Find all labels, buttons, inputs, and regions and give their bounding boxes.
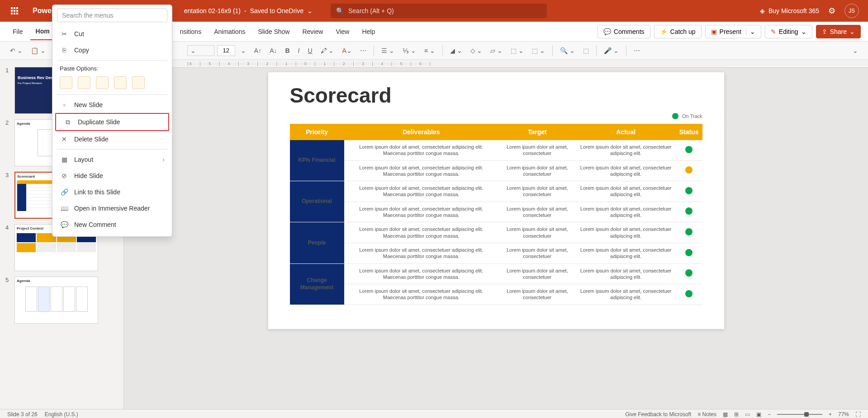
tab-review[interactable]: Review xyxy=(297,23,328,40)
font-selector[interactable]: ⌄ xyxy=(187,45,214,56)
chevron-down-icon[interactable]: ⌄ xyxy=(746,28,755,35)
present-button[interactable]: ▣Present⌄ xyxy=(705,25,761,38)
increase-font-button[interactable]: A↑ xyxy=(251,45,264,56)
table-row[interactable]: KPIs FinancialLorem ipsum dolor sit amet… xyxy=(290,140,702,160)
numbering-button[interactable]: ⅓ ⌄ xyxy=(400,45,419,56)
designer-button[interactable]: ⬚ xyxy=(580,45,592,56)
feedback-link[interactable]: Give Feedback to Microsoft xyxy=(625,411,691,418)
legend-dot-icon xyxy=(672,113,678,119)
find-button[interactable]: 🔍 ⌄ xyxy=(557,45,578,56)
app-launcher-icon[interactable] xyxy=(4,0,25,22)
zoom-level[interactable]: 77% xyxy=(838,411,849,418)
delete-slide-menu-item[interactable]: ✕Delete Slide xyxy=(52,131,172,147)
share-button[interactable]: ⇪Share⌄ xyxy=(816,25,861,38)
chevron-right-icon: › xyxy=(162,156,165,163)
italic-button[interactable]: I xyxy=(295,45,303,56)
sorter-view-icon[interactable]: ⊞ xyxy=(734,411,739,418)
duplicate-icon: ⧉ xyxy=(63,117,72,127)
paste-button[interactable]: 📋 ⌄ xyxy=(28,45,48,56)
chevron-down-icon: ⌄ xyxy=(801,28,806,35)
table-row[interactable]: OperationalLorem ipsum dolor sit amet, c… xyxy=(290,181,702,202)
search-icon: 🔍 xyxy=(336,7,344,14)
shape-fill-button[interactable]: ◢ ⌄ xyxy=(447,45,465,56)
more-font-button[interactable]: ⋯ xyxy=(357,45,369,56)
tab-animations[interactable]: Animations xyxy=(209,23,251,40)
reading-view-icon[interactable]: ▭ xyxy=(745,411,750,418)
immersive-reader-menu-item[interactable]: 📖Open in Immersive Reader xyxy=(52,200,172,216)
layout-icon: ▦ xyxy=(60,155,69,164)
table-row[interactable]: Lorem ipsum dolor sit amet, consectetuer… xyxy=(290,202,702,222)
shape-outline-button[interactable]: ◇ ⌄ xyxy=(468,45,485,56)
editing-mode-button[interactable]: ✎Editing⌄ xyxy=(765,25,812,38)
context-menu: Search the menus ✂Cut ⎘Copy Paste Option… xyxy=(52,5,172,237)
underline-button[interactable]: U xyxy=(305,45,315,56)
notes-button[interactable]: ≡ Notes xyxy=(697,411,716,418)
font-size-input[interactable] xyxy=(217,45,235,56)
tab-slideshow[interactable]: Slide Show xyxy=(252,23,295,40)
zoom-out-button[interactable]: − xyxy=(768,411,771,418)
zoom-in-button[interactable]: + xyxy=(829,411,832,418)
menu-search-input[interactable]: Search the menus xyxy=(57,9,167,22)
document-title[interactable]: entation 02-16x9 (1) - Saved to OneDrive… xyxy=(184,7,313,14)
paste-option-3[interactable] xyxy=(96,76,109,89)
tab-home[interactable]: Hom xyxy=(30,23,55,40)
duplicate-slide-menu-item[interactable]: ⧉Duplicate Slide xyxy=(55,113,169,131)
table-row[interactable]: Lorem ipsum dolor sit amet, consectetuer… xyxy=(290,284,702,305)
catchup-button[interactable]: ⚡Catch up xyxy=(654,25,702,38)
layout-menu-item[interactable]: ▦Layout› xyxy=(52,151,172,168)
align-button[interactable]: ≡ ⌄ xyxy=(422,45,438,56)
highlight-button[interactable]: 🖍 ⌄ xyxy=(318,45,337,56)
link-slide-menu-item[interactable]: 🔗Link to this Slide xyxy=(52,184,172,200)
settings-icon[interactable]: ⚙ xyxy=(828,6,835,16)
font-color-button[interactable]: A ⌄ xyxy=(340,45,355,56)
copy-menu-item[interactable]: ⎘Copy xyxy=(52,42,172,58)
bold-button[interactable]: B xyxy=(282,45,292,56)
copy-icon: ⎘ xyxy=(60,46,69,55)
fit-to-window-button[interactable]: ⛶ xyxy=(855,411,861,418)
slideshow-view-icon[interactable]: ▣ xyxy=(756,411,761,418)
comments-button[interactable]: 💬Comments xyxy=(598,25,650,38)
quick-styles-button[interactable]: ⬚ ⌄ xyxy=(529,45,548,56)
zoom-slider[interactable] xyxy=(777,414,822,415)
tab-help[interactable]: Help xyxy=(356,23,380,40)
status-dot-icon xyxy=(685,228,693,235)
slide-content[interactable]: Scorecard On Track Priority Deliverables… xyxy=(268,72,724,329)
new-comment-menu-item[interactable]: 💬New Comment xyxy=(52,216,172,233)
arrange-button[interactable]: ⬚ ⌄ xyxy=(508,45,526,56)
tab-transitions[interactable]: nsitions xyxy=(175,23,207,40)
status-dot-icon xyxy=(685,187,693,194)
chevron-down-icon: ⌄ xyxy=(307,7,313,14)
table-row[interactable]: Lorem ipsum dolor sit amet, consectetuer… xyxy=(290,243,702,263)
tab-file[interactable]: File xyxy=(7,23,28,40)
paste-option-5[interactable] xyxy=(132,76,145,89)
scorecard-table[interactable]: Priority Deliverables Target Actual Stat… xyxy=(290,124,702,305)
slide-editor[interactable]: Scorecard On Track Priority Deliverables… xyxy=(124,68,868,409)
dictate-button[interactable]: 🎤 ⌄ xyxy=(601,45,621,56)
paste-option-2[interactable] xyxy=(78,76,90,89)
paste-option-1[interactable] xyxy=(60,76,72,89)
slide-thumb-5[interactable]: 5 Agenda xyxy=(0,274,113,326)
cut-menu-item[interactable]: ✂Cut xyxy=(52,26,172,42)
table-row[interactable]: PeopleLorem ipsum dolor sit amet, consec… xyxy=(290,222,702,243)
table-row[interactable]: Lorem ipsum dolor sit amet, consectetuer… xyxy=(290,160,702,181)
tab-view[interactable]: View xyxy=(330,23,355,40)
buy-microsoft-button[interactable]: ◈ Buy Microsoft 365 xyxy=(760,7,819,14)
language-indicator[interactable]: English (U.S.) xyxy=(45,411,78,418)
paste-option-4[interactable] xyxy=(114,76,127,89)
user-avatar[interactable]: JS xyxy=(844,4,859,18)
search-input[interactable]: 🔍 Search (Alt + Q) xyxy=(331,4,547,18)
table-row[interactable]: Change ManagementLorem ipsum dolor sit a… xyxy=(290,263,702,284)
font-size-dropdown[interactable]: ⌄ xyxy=(238,45,249,56)
normal-view-icon[interactable]: ▦ xyxy=(723,411,728,418)
slide-title[interactable]: Scorecard xyxy=(290,83,702,108)
hide-slide-menu-item[interactable]: ⊘Hide Slide xyxy=(52,168,172,184)
shape-effects-button[interactable]: ▱ ⌄ xyxy=(488,45,505,56)
collapse-ribbon-button[interactable]: ⌄ xyxy=(850,45,861,56)
slide-counter[interactable]: Slide 3 of 26 xyxy=(7,411,38,418)
bullets-button[interactable]: ☰ ⌄ xyxy=(379,45,397,56)
new-slide-menu-item[interactable]: ▫New Slide xyxy=(52,97,172,113)
scissors-icon: ✂ xyxy=(60,29,69,38)
decrease-font-button[interactable]: A↓ xyxy=(267,45,280,56)
more-commands-button[interactable]: ⋯ xyxy=(631,45,643,56)
undo-button[interactable]: ↶ ⌄ xyxy=(7,45,25,56)
